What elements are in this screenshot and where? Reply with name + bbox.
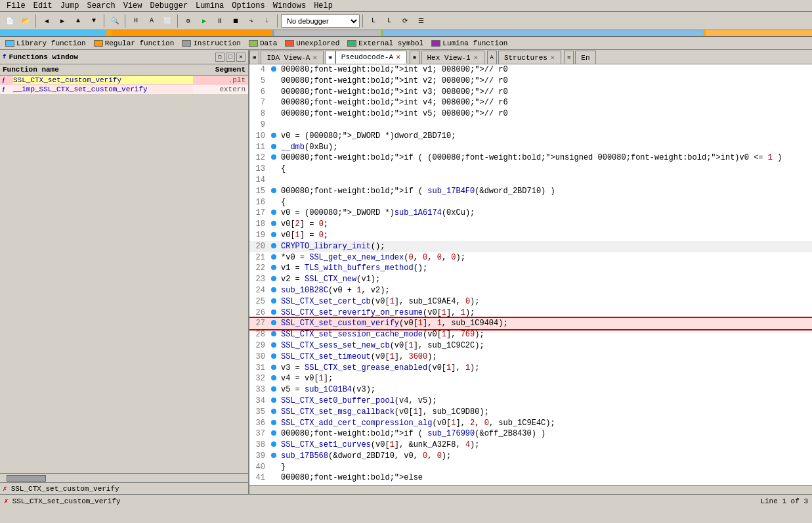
toolbar-search[interactable]: 🔍	[108, 14, 122, 28]
fn-item-ssl-ctx[interactable]: f SSL_CTX_set_custom_verify .plt	[0, 76, 248, 85]
breakpoint-dot[interactable]	[269, 296, 278, 307]
breakpoint-dot[interactable]	[269, 97, 278, 108]
panel-close-btn[interactable]: ✕	[236, 53, 246, 62]
breakpoint-dot[interactable]	[269, 208, 278, 219]
tab-icon-struct[interactable]: A	[487, 51, 497, 64]
breakpoint-dot[interactable]	[269, 64, 278, 76]
tab-icon-pseudo[interactable]: ⊞	[325, 51, 335, 64]
toolbar-new[interactable]: 📄	[3, 14, 17, 28]
table-row: 22 v1 = TLS_with_buffers_method();	[249, 263, 812, 274]
breakpoint-dot[interactable]	[269, 363, 278, 374]
breakpoint-dot[interactable]	[269, 396, 278, 407]
tab-structures[interactable]: Structures ✕	[498, 51, 561, 64]
tab-pseudocode[interactable]: Pseudocode-A ✕	[335, 51, 407, 64]
menu-lumina[interactable]: Lumina	[192, 1, 228, 11]
toolbar-extra1[interactable]: ☰	[414, 14, 428, 28]
tab-ida-view-close[interactable]: ✕	[312, 55, 318, 61]
breakpoint-dot[interactable]	[269, 318, 278, 329]
breakpoint-dot[interactable]	[269, 131, 278, 142]
code-line: 000080;font-weight:bold;">int v2; 008000…	[278, 76, 812, 87]
breakpoint-dot[interactable]	[269, 76, 278, 87]
breakpoint-dot[interactable]	[269, 152, 278, 164]
breakpoint-dot[interactable]	[269, 451, 278, 462]
menu-edit[interactable]: Edit	[30, 1, 56, 11]
breakpoint-dot[interactable]	[269, 87, 278, 98]
breakpoint-dot[interactable]	[269, 164, 278, 175]
panel-maximize-btn[interactable]: □	[226, 53, 235, 62]
line-number: 29	[249, 340, 269, 352]
toolbar-run[interactable]: ▶	[197, 14, 211, 28]
breakpoint-dot[interactable]	[269, 252, 278, 263]
tab-icon-ida[interactable]: ⊞	[249, 51, 259, 64]
menu-help[interactable]: Help	[310, 1, 337, 11]
breakpoint-dot[interactable]	[269, 462, 278, 473]
tab-icon-hex[interactable]: ⊞	[410, 51, 419, 64]
breakpoint-dot[interactable]	[269, 241, 278, 252]
horiz-scroll[interactable]	[249, 485, 812, 494]
panel-restore-btn[interactable]: ◻	[215, 53, 224, 62]
toolbar-open[interactable]: 📂	[18, 14, 33, 28]
tab-pseudocode-close[interactable]: ✕	[396, 54, 401, 60]
toolbar-pause[interactable]: ⏸	[213, 14, 227, 28]
breakpoint-dot[interactable]	[269, 352, 278, 363]
menu-view[interactable]: View	[119, 1, 146, 11]
toolbar-down[interactable]: ▼	[87, 14, 101, 28]
breakpoint-dot[interactable]	[269, 219, 278, 230]
breakpoint-dot[interactable]	[269, 230, 278, 241]
toolbar-up[interactable]: ▲	[71, 14, 85, 28]
breakpoint-dot[interactable]	[269, 263, 278, 274]
toolbar-patch[interactable]: ⚙	[181, 14, 196, 28]
tab-ida-view[interactable]: IDA View-A ✕	[261, 51, 324, 64]
toolbar-lumina1[interactable]: L	[366, 14, 381, 28]
breakpoint-dot[interactable]	[269, 418, 278, 429]
panel-scrollbar[interactable]	[0, 473, 248, 482]
breakpoint-dot[interactable]	[269, 108, 278, 120]
breakpoint-dot[interactable]	[269, 340, 278, 352]
breakpoint-dot[interactable]	[269, 384, 278, 396]
menu-debugger[interactable]: Debugger	[146, 1, 192, 11]
toolbar-lumina2[interactable]: L	[382, 14, 396, 28]
menu-windows[interactable]: Windows	[269, 1, 310, 11]
tab-icon-en[interactable]: ≡	[564, 51, 574, 64]
breakpoint-dot[interactable]	[269, 472, 278, 484]
code-area[interactable]: 4 000080;font-weight:bold;">int v1; 0080…	[249, 64, 812, 485]
breakpoint-dot[interactable]	[269, 373, 278, 384]
breakpoint-dot[interactable]	[269, 440, 278, 451]
tab-en[interactable]: En	[575, 51, 595, 64]
breakpoint-dot[interactable]	[269, 142, 278, 153]
breakpoint-dot[interactable]	[269, 120, 278, 131]
fn-item-imp-ssl-ctx[interactable]: f __imp_SSL_CTX_set_custom_verify extern	[0, 85, 248, 94]
breakpoint-dot[interactable]	[269, 274, 278, 285]
line-number: 20	[249, 241, 269, 252]
toolbar-graph[interactable]: ⬜	[160, 14, 175, 28]
toolbar-sync[interactable]: ⟳	[398, 14, 412, 28]
breakpoint-dot[interactable]	[269, 307, 278, 319]
table-row: 41 000080;font-weight:bold;">else	[249, 472, 812, 484]
breakpoint-dot[interactable]	[269, 428, 278, 440]
toolbar-stepinto[interactable]: ↓	[260, 14, 274, 28]
menu-jump[interactable]: Jump	[56, 1, 83, 11]
breakpoint-dot[interactable]	[269, 197, 278, 208]
toolbar-stepover[interactable]: ↷	[244, 14, 259, 28]
breakpoint-dot[interactable]	[269, 329, 278, 340]
legend-lumina-label: Lumina function	[442, 39, 507, 47]
toolbar-back[interactable]: ◀	[39, 14, 54, 28]
menu-options[interactable]: Options	[228, 1, 268, 11]
toolbar-forward[interactable]: ▶	[55, 14, 70, 28]
toolbar-asm[interactable]: A	[144, 14, 159, 28]
tab-hex-view-close[interactable]: ✕	[473, 55, 479, 61]
menu-file[interactable]: File	[3, 1, 30, 11]
functions-list[interactable]: f SSL_CTX_set_custom_verify .plt f __imp…	[0, 76, 248, 473]
breakpoint-dot[interactable]	[269, 407, 278, 418]
scrollbar-thumb[interactable]	[7, 475, 46, 482]
debugger-select[interactable]: No debugger	[281, 14, 360, 28]
tab-structures-close[interactable]: ✕	[550, 55, 555, 61]
toolbar-stop[interactable]: ⏹	[228, 14, 243, 28]
code-line: v3 = SSL_CTX_set_grease_enabled(v0[1], 1…	[278, 363, 812, 374]
menu-search[interactable]: Search	[83, 1, 119, 11]
tab-hex-view[interactable]: Hex View-1 ✕	[421, 51, 484, 64]
toolbar-hex[interactable]: H	[129, 14, 143, 28]
breakpoint-dot[interactable]	[269, 285, 278, 296]
breakpoint-dot[interactable]	[269, 175, 278, 186]
breakpoint-dot[interactable]	[269, 186, 278, 197]
